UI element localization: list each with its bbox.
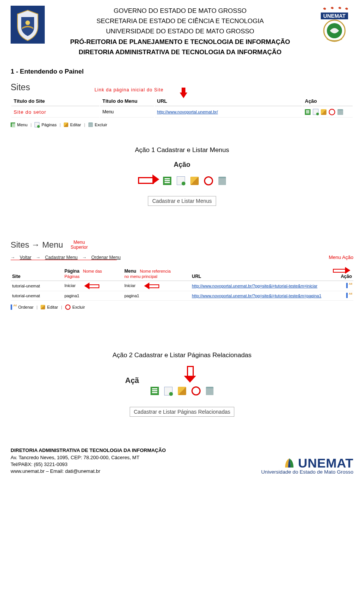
arrow-icon: → [11,255,15,260]
document-header: GOVERNO DO ESTADO DE MATO GROSSO SECRETA… [11,6,353,57]
col-menu: Menu Nome referencia no menu principal [123,265,190,281]
cell-url-link[interactable]: http://www.novoportal.unemat.br/?pg=site… [192,284,317,288]
col-acao: Ação [303,96,353,106]
cell-site: tutorial-unemat [11,291,63,301]
legend-menu: Menu [17,122,28,127]
screenshot-acao-tooltip-1: Ação Cadastrar e Listar Menus [125,161,239,206]
footer-brand-logo: UNEMAT Universidade do Estado de Mato Gr… [261,456,353,475]
acao-heading-partial: Açã [125,376,139,385]
pencil-icon[interactable] [190,177,199,185]
trash-icon [88,122,93,127]
delete-icon [65,304,71,310]
unemat-mark-icon [283,457,296,470]
footer-line-1: DIRETORIA ADMINISTRATIVA DE TECNOLOGIA D… [11,447,166,454]
breadcrumb-ordenar-menu[interactable]: Ordenar Menu [91,255,121,260]
footer-brand-subtitle: Universidade do Estado de Mato Grosso [261,469,353,475]
menu-table: Site Página Nome das Páginas Menu Nome r… [11,265,353,301]
legend-excluir: Excluir [95,122,107,127]
pages-icon[interactable] [164,387,173,395]
mato-grosso-crest-icon [11,6,45,44]
col-site: Site [11,265,63,281]
cell-pagina: pagina1 [63,291,123,301]
arrow-icon: → [82,255,87,260]
screenshot-acao-tooltip-2: Açã Cadastrar e Listar Páginas Relaciona… [125,366,239,417]
record-icon[interactable] [204,176,213,185]
section-1-title: 1 - Entendendo o Painel [11,68,353,75]
row-actions [305,109,350,115]
arrow-icon: → [36,255,41,260]
pencil-icon [41,305,45,309]
legend-editar: Editar [70,122,81,127]
cell-url-link[interactable]: http://www.novoportal.unemat.br/ [157,110,218,114]
red-arrow-left-icon [84,282,99,289]
trash-icon[interactable] [337,109,343,115]
header-line-1: GOVERNO DO ESTADO DE MATO GROSSO [49,6,312,16]
trash-icon[interactable] [206,387,213,395]
annotation-menu-superior: Menu Superior [71,240,88,250]
order-icon [11,304,16,310]
record-icon[interactable] [329,109,335,115]
svg-text:UNEMAT: UNEMAT [323,13,346,19]
footer-brand-name: UNEMAT [298,456,353,471]
footer-line-3: Tel/PABX: (65) 3221-0093 [11,461,166,468]
document-footer: DIRETORIA ADMINISTRATIVA DE TECNOLOGIA D… [11,447,353,475]
order-icon[interactable] [346,283,352,288]
cell-site: tutorial-unemat [11,281,63,291]
table-row: tutorial-unemat pagina1 pagina1 http://w… [11,291,353,301]
action-icons [125,386,239,395]
red-arrow-down-icon [184,366,196,383]
cell-menu-title: Menu [100,107,154,118]
sites-menu-heading: Sites → Menu [11,240,63,250]
legend-row-1: Menu | Páginas | Editar | Excluir [11,122,353,127]
action-icons [163,176,226,185]
annotation-menu-acao: Menu Ação [329,254,353,260]
red-arrow-left-icon [144,282,159,289]
menu-icon[interactable] [305,109,311,115]
red-arrow-down-icon [180,93,187,104]
caption-acao-2: Ação 2 Cadastrar e Listar Páginas Relaci… [11,351,353,359]
pencil-icon[interactable] [321,109,326,115]
cell-site-title: Site do setor [14,109,46,115]
legend-row-2: Ordenar | Editar | Excluir [11,304,353,310]
col-titulo-menu: Título do Menu [100,96,154,106]
header-line-4: PRÓ-REITORIA DE PLANEJAMENTO E TECNOLOGI… [49,37,312,47]
legend-paginas: Páginas [41,122,56,127]
cell-pagina: Iniciar [63,281,123,291]
trash-icon[interactable] [218,177,226,185]
menu-icon[interactable] [151,387,159,395]
screenshot-sites-menu-panel: Sites → Menu Menu Superior → Voltar → Ca… [11,240,353,310]
pages-icon [35,122,39,127]
header-line-5: DIRETORIA ADMINISTRATIVA DE TECNOLOGIA D… [49,47,312,57]
annotation-link-label: Link da página inicial do Site [94,87,163,93]
red-arrow-right-icon [138,174,159,184]
footer-line-4: www.unemat.br – Email: dati@unemat.br [11,468,166,475]
header-text-block: GOVERNO DO ESTADO DE MATO GROSSO SECRETA… [49,6,312,57]
sites-heading: Sites [11,82,30,93]
pages-icon[interactable] [313,109,318,115]
footer-line-2: Av. Tancredo Neves, 1095, CEP: 78.200-00… [11,454,166,461]
screenshot-sites-panel: Sites Link da página inicial do Site Tít… [11,82,353,127]
breadcrumb-voltar[interactable]: Voltar [20,255,31,260]
pages-icon[interactable] [177,176,185,185]
breadcrumb-cadastrar-menu[interactable]: Cadastrar Menu [45,255,78,260]
tooltip-cadastrar-paginas: Cadastrar e Listar Páginas Relacionadas [130,407,234,417]
breadcrumb: → Voltar → Cadastrar Menu → Ordenar Menu… [11,254,353,260]
header-line-2: SECRETARIA DE ESTADO DE CIÊNCIA E TECNOL… [49,16,312,26]
header-line-3: UNIVERSIDADE DO ESTADO DE MATO GROSSO [49,26,312,36]
order-icon[interactable] [346,293,352,298]
unemat-seal-icon: UNEMAT [315,6,353,44]
cell-menu: pagina1 [123,291,190,301]
col-pagina: Página Nome das Páginas [63,265,123,281]
menu-icon[interactable] [163,177,171,185]
cell-url-link[interactable]: http://www.novoportal.unemat.br/?pg=site… [192,293,322,298]
table-row: tutorial-unemat Iniciar Iniciar http://w… [11,281,353,291]
svg-point-1 [25,20,30,25]
col-titulo-site: Título do Site [11,96,99,106]
record-icon[interactable] [191,386,201,395]
col-url: URL [190,265,328,281]
pencil-icon [64,122,68,127]
menu-icon [11,122,15,127]
sites-table: Título do Site Título do Menu URL Ação S… [11,96,353,118]
caption-acao-1: Ação 1 Cadastrar e Listar Menus [11,146,353,154]
pencil-icon[interactable] [178,387,186,395]
